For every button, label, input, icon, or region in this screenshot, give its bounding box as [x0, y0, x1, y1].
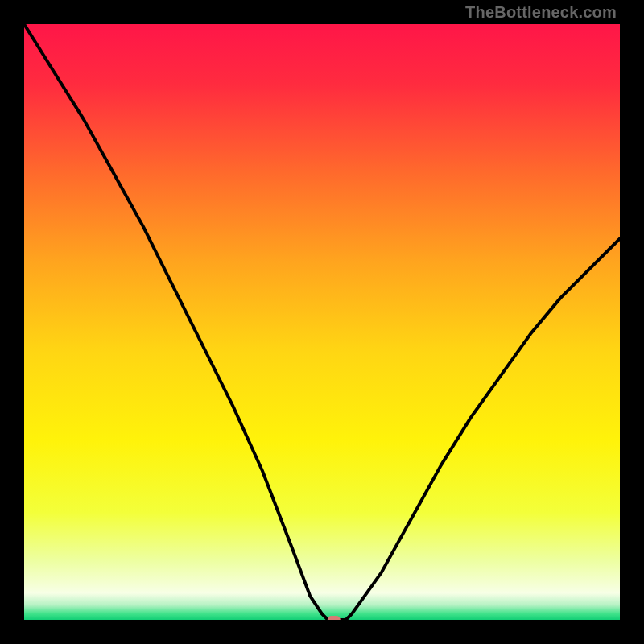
chart-plot-area — [24, 24, 620, 620]
watermark-text: TheBottleneck.com — [465, 3, 617, 22]
chart-svg — [24, 24, 620, 620]
chart-wrapper: TheBottleneck.com — [0, 0, 644, 644]
gradient-background — [24, 24, 620, 620]
minimum-marker — [328, 616, 341, 620]
